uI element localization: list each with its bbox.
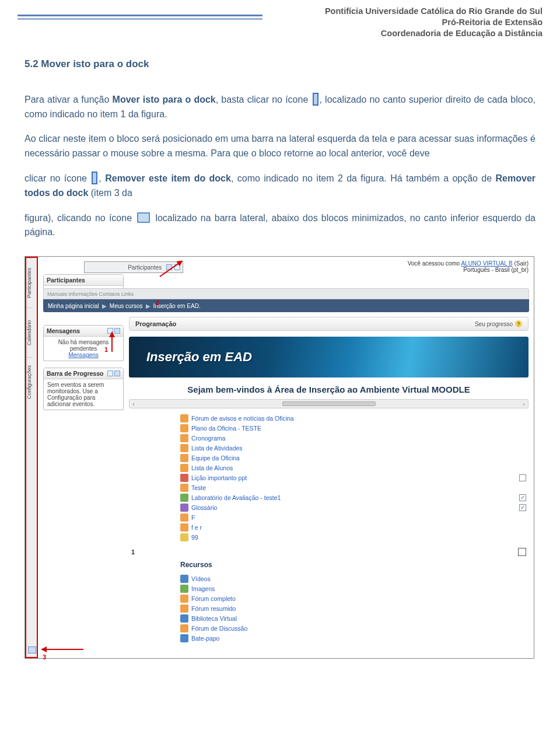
resource-row[interactable]: Biblioteca Virtual [180,613,528,623]
resource-icon [180,585,188,593]
dock-item-calendario[interactable]: Calendário [26,307,32,357]
resource-row[interactable]: Bate-papo [180,633,528,643]
resource-icon [180,454,188,462]
resource-icon [180,575,188,583]
nav-tabs-row[interactable]: Manuais Informações Contatos Links [43,288,529,299]
header-rule-group [18,6,274,39]
section0-resource-list: Fórum de avisos e notícias da OficinaPla… [180,413,528,542]
breadcrumb-course[interactable]: Inserção em EAD. [153,303,201,309]
dock-sidebar: Participantes Calendário Configurações [25,257,38,658]
resource-row[interactable]: Equipe da Oficina [180,453,528,463]
progress-label: Seu progresso [475,321,513,327]
resource-row[interactable]: Fórum de avisos e notícias da Oficina [180,413,528,423]
recursos-list: VídeosImagensFórum completoFórum resumid… [180,574,528,643]
mensagens-link[interactable]: Mensagens [68,352,99,358]
resource-label[interactable]: Glossário [191,504,217,511]
resource-label[interactable]: Fórum resumido [191,605,236,612]
resource-icon [180,424,188,432]
language-selector[interactable]: Português - Brasil (pt_br) [408,267,528,273]
resource-row[interactable]: Plano da Oficina - TESTE [180,423,528,433]
resource-label[interactable]: Lição importanto ppt [191,474,247,481]
p3-text-b: , como indicado no item 2 da figura. Há … [231,173,496,183]
resource-label[interactable]: Plano da Oficina - TESTE [191,425,261,432]
paragraph-1: Para ativar a função Mover isto para o d… [24,93,536,122]
header-rule-2 [18,18,262,20]
resource-label[interactable]: Lista de Alunos [191,464,233,471]
p3-text-a: clicar no ícone [24,173,90,183]
resource-row[interactable]: f e r [180,522,528,532]
dock-block-icon[interactable] [114,328,120,334]
collapse-icon[interactable] [107,370,113,376]
figure-wrapper: Participantes Calendário Configurações 3… [0,250,560,665]
resource-icon [180,504,188,512]
resource-row[interactable]: Lista de Atividades [180,443,528,453]
resource-row[interactable]: Lição importanto ppt [180,473,528,483]
institution-line1: Pontifícia Universidade Católica do Rio … [274,6,542,17]
dock-remove-all-icon[interactable] [28,646,36,653]
progress-indicator: Seu progresso ? [475,320,522,327]
section-toggle-icon[interactable] [518,548,526,556]
dock-block-icon[interactable] [114,370,120,376]
resource-label[interactable]: Equipe da Oficina [191,455,240,462]
section-title: 5.2 Mover isto para o dock [24,57,536,72]
resource-row[interactable]: Fórum de Discussão [180,623,528,633]
bc-sep1: ▶ [102,303,107,309]
dock-item-configuracoes[interactable]: Configurações [26,357,32,407]
breadcrumb-courses[interactable]: Meus cursos [110,303,143,309]
resource-label[interactable]: Biblioteca Virtual [191,615,237,622]
completion-checkbox[interactable] [519,494,526,501]
resource-label[interactable]: Laboratório de Avaliação - teste1 [191,494,281,501]
resource-icon [180,474,188,482]
breadcrumb-home[interactable]: Minha página inicial [48,303,99,309]
resource-label[interactable]: Fórum de Discussão [191,625,247,632]
resource-row[interactable]: Fórum completo [180,593,528,603]
completion-checkbox[interactable] [519,474,526,481]
tooltip-label: Participantes [85,264,164,271]
scroll-right-icon[interactable]: › [520,400,528,407]
resource-label[interactable]: Vídeos [191,575,211,582]
resource-row[interactable]: Cronograma [180,433,528,443]
resource-icon [180,523,188,532]
horizontal-scrollbar[interactable]: ‹ › [129,399,528,408]
function-name-1: Mover isto para o dock [113,95,216,104]
resource-icon [180,614,188,623]
scroll-thumb[interactable] [282,401,376,406]
logout-suffix[interactable]: (Sair) [513,260,528,267]
scroll-left-icon[interactable]: ‹ [130,400,138,407]
block-participantes-header: Participantes [44,275,123,286]
resource-label[interactable]: f e r [191,524,202,531]
block-progresso-header: Barra de Progresso [44,368,123,379]
resource-row[interactable]: 99 [180,532,528,542]
p4-text-a: figura), clicando no ícone [24,213,135,223]
resource-label[interactable]: Lista de Atividades [191,445,243,452]
resource-row[interactable]: Lista de Alunos [180,463,528,473]
resource-label[interactable]: Fórum completo [191,595,236,602]
login-line: Você acessou como ALUNO VIRTUAL B (Sair) [408,260,528,267]
resource-label[interactable]: Bate-papo [191,635,219,642]
resource-row[interactable]: F [180,512,528,522]
resource-label[interactable]: Cronograma [191,435,225,442]
header-rule-1 [18,15,262,16]
breadcrumb: Minha página inicial ▶ Meus cursos ▶ Ins… [43,299,529,312]
dock-item-participantes[interactable]: Participantes [26,258,32,307]
welcome-heading: Sejam bem-vindos à Área de Inserção ao A… [129,385,528,394]
paragraph-3: clicar no ícone , Remover este item do d… [24,172,536,201]
resource-icon [180,484,188,492]
resource-row[interactable]: Laboratório de Avaliação - teste1 [180,492,528,502]
user-link[interactable]: ALUNO VIRTUAL B [461,260,512,267]
resource-row[interactable]: Vídeos [180,574,528,583]
resource-row[interactable]: Glossário [180,502,528,512]
completion-checkbox[interactable] [519,504,526,511]
resource-label[interactable]: Fórum de avisos e notícias da Oficina [191,415,294,422]
help-icon[interactable]: ? [515,320,522,327]
resource-label[interactable]: Imagens [191,585,215,592]
resource-row[interactable]: Imagens [180,583,528,593]
p3-sep: , [99,173,105,183]
resource-label[interactable]: F [191,514,195,521]
resource-icon [180,624,188,632]
resource-label[interactable]: 99 [191,534,198,541]
resource-row[interactable]: Teste [180,483,528,492]
resource-label[interactable]: Teste [191,484,206,491]
resource-row[interactable]: Fórum resumido [180,603,528,613]
resource-icon [180,604,188,613]
